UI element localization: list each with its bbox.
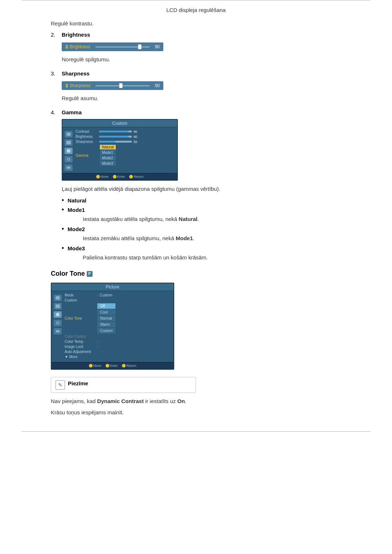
gamma-sidebar <box>65 130 73 171</box>
sharpness-track <box>95 85 150 86</box>
ct-sidebar-icon-4[interactable] <box>54 320 62 326</box>
ct-option-warm[interactable]: Warm <box>97 322 115 327</box>
sidebar-icon-2[interactable] <box>65 139 73 146</box>
page-container: LCD displeja regulēšana Regulē kontrastu… <box>0 0 392 432</box>
brightness-slider-label: Brightness <box>70 44 93 49</box>
gamma-sharpness-bar: 50 <box>99 140 175 144</box>
brightness-slider-ui[interactable]: Brightness 90 <box>62 42 163 51</box>
ct-colorcontrol-label: Color Control <box>65 335 97 338</box>
ct-options: Off Cool Normal Warm Custom <box>97 303 115 333</box>
sharpness-thumb[interactable] <box>119 83 123 88</box>
ct-sidebar-icon-5[interactable] <box>54 328 62 335</box>
ct-option-custom[interactable]: Custom <box>97 328 115 333</box>
brightness-thumb[interactable] <box>138 44 142 49</box>
ct-mode-label: Mode <box>65 293 97 297</box>
gamma-option-mode3[interactable]: Mode3 <box>100 161 116 166</box>
svg-point-6 <box>56 313 60 316</box>
gamma-footer-return[interactable]: Return <box>129 175 143 178</box>
ct-more-row: ▼ More <box>65 355 171 359</box>
ct-option-cool[interactable]: Cool <box>97 309 115 315</box>
gamma-monitor-body: Contrast 90 Brightness <box>62 127 177 173</box>
brightness-header: 2. Brightness <box>51 32 341 38</box>
ct-custom-row: Custom <box>65 298 171 302</box>
svg-point-8 <box>57 322 58 324</box>
sharpness-desc: Regulē asumu. <box>62 95 341 101</box>
bullet-dot-mode2: • <box>62 226 64 232</box>
ct-move-icon <box>89 364 93 368</box>
move-icon <box>96 175 100 178</box>
ct-option-off[interactable]: Off <box>97 303 115 309</box>
gamma-menu-content: Contrast 90 Brightness <box>75 130 175 171</box>
bullet-label-mode2: Mode2 <box>68 226 85 232</box>
gamma-footer-move[interactable]: Move <box>96 175 109 178</box>
ct-colortemp-label: Color Temp. <box>65 340 97 344</box>
note-title: Piezīme <box>68 380 88 386</box>
color-tone-badge: P <box>87 271 93 277</box>
color-tone-section-heading: Color Tone P <box>51 270 341 278</box>
sharpness-slider-label: Sharpness <box>70 83 93 88</box>
bullet-dot-mode3: • <box>62 245 64 251</box>
gamma-sharpness-label: Sharpness <box>75 140 99 144</box>
ct-titlebar: Picture <box>52 283 173 291</box>
gamma-gamma-label: Gamma <box>75 153 99 157</box>
colortone-screenshot: Picture <box>51 283 174 370</box>
gamma-number: 4. <box>51 109 62 115</box>
gamma-footer-enter[interactable]: Enter <box>113 175 125 178</box>
ct-footer-return[interactable]: Return <box>122 364 136 368</box>
note-line1: Nav pieejams, kad Dynamic Contrast ir ie… <box>51 398 341 404</box>
ct-more-label[interactable]: ▼ More <box>65 355 97 359</box>
ct-monitor-body: Mode : Custom Custom Color Tone Off Cool <box>52 291 173 362</box>
brightness-item: 2. Brightness Brightness 90 Noregulē spi… <box>51 32 341 67</box>
gamma-contrast-fill <box>99 131 128 132</box>
sharpness-value: 50 <box>152 83 160 88</box>
gamma-contrast-track <box>99 131 132 132</box>
ct-menu-content: Mode : Custom Custom Color Tone Off Cool <box>65 293 171 360</box>
brightness-desc: Noregulē spilgtumu. <box>62 56 341 62</box>
brightness-number: 2. <box>51 32 62 38</box>
ct-footer-enter[interactable]: Enter <box>106 364 118 368</box>
gamma-brightness-label: Brightness <box>75 135 99 139</box>
note-icon: ✎ <box>56 380 65 390</box>
gamma-sharpness-row: Sharpness 50 <box>75 140 175 144</box>
bullet-mode1: • Mode1 <box>62 206 341 213</box>
bullet-mode3: • Mode3 <box>62 245 341 251</box>
sidebar-icon-4[interactable] <box>65 156 73 163</box>
ct-sidebar-icon-3[interactable] <box>54 311 62 318</box>
gamma-option-mode1[interactable]: Mode1 <box>100 150 116 155</box>
sharpness-slider-ui[interactable]: Sharpness 50 <box>62 81 163 90</box>
sharpness-arrows[interactable] <box>65 83 68 88</box>
brightness-value: 90 <box>152 44 160 49</box>
bullet-dot-natural: • <box>62 197 64 204</box>
bullet-desc-mode3: Palielina kontrastu starp tumšām un košā… <box>83 254 341 260</box>
ct-sidebar-icon-1[interactable] <box>54 295 62 301</box>
gamma-option-mode2[interactable]: Mode2 <box>100 156 116 160</box>
svg-point-1 <box>67 149 70 153</box>
ct-colortone-label[interactable]: Color Tone <box>65 316 97 320</box>
ct-enter-icon <box>106 364 109 368</box>
sidebar-icon-3[interactable] <box>65 148 73 154</box>
brightness-arrow-down[interactable] <box>65 47 68 49</box>
gamma-desc: Ļauj pielāgot attēla vidējā diapazona sp… <box>62 186 341 192</box>
gamma-option-natural[interactable]: Natural <box>100 145 116 149</box>
brightness-arrow-up[interactable] <box>65 45 68 46</box>
sidebar-icon-1[interactable] <box>65 131 73 138</box>
svg-point-3 <box>68 159 69 160</box>
bullet-mode2: • Mode2 <box>62 226 341 232</box>
gamma-brightness-track <box>99 136 132 138</box>
ct-sidebar-icon-2[interactable] <box>54 303 62 309</box>
ct-return-icon <box>122 364 126 368</box>
bullet-label-natural: Natural <box>68 197 86 204</box>
sidebar-icon-5[interactable] <box>65 164 73 171</box>
gamma-options: Natural Mode1 Mode2 Mode3 <box>100 145 116 166</box>
gamma-contrast-value: 90 <box>134 130 137 134</box>
ct-imagelock-label: Image Lock <box>65 345 97 349</box>
ct-colorcontrol-row: Color Control <box>65 335 171 338</box>
gamma-bullets: • Natural • Mode1 Iestata augstāku attēl… <box>62 197 341 264</box>
sharpness-arrow-up[interactable] <box>65 83 68 85</box>
sharpness-item: 3. Sharpness Sharpness 50 Regulē asumu. <box>51 70 341 106</box>
brightness-arrows[interactable] <box>65 45 68 49</box>
bullet-label-mode3: Mode3 <box>68 245 85 251</box>
ct-option-normal[interactable]: Normal <box>97 316 115 321</box>
ct-footer-move[interactable]: Move <box>89 364 101 368</box>
sharpness-arrow-down[interactable] <box>65 86 68 88</box>
